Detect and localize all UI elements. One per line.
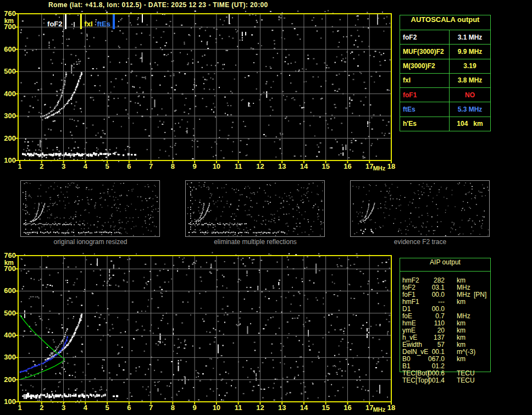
- aip-unit: TECU: [457, 369, 475, 377]
- aip-label: foF2: [402, 284, 415, 291]
- aip-unit: TECU: [457, 377, 475, 384]
- aip-value: 110: [419, 319, 445, 327]
- table-row: foF203.1MHz: [400, 284, 491, 291]
- svg-text:6: 6: [127, 162, 131, 170]
- aip-value: 000.6: [419, 369, 445, 377]
- table-row: h'Es104 km: [400, 117, 490, 131]
- row-value: 3.1 MHz: [450, 30, 490, 44]
- bottom-ionogram-plot: 760700600500400300200100km12345678910111…: [4, 251, 395, 413]
- thumbnail-caption-1: original ionogram resized: [20, 238, 160, 246]
- svg-text:9: 9: [193, 403, 197, 412]
- aip-value: 067.0: [419, 355, 445, 363]
- svg-text:300: 300: [4, 112, 16, 120]
- svg-text:km: km: [4, 17, 14, 25]
- row-value: 5.3 MHz: [450, 102, 490, 116]
- svg-text:foF2: foF2: [47, 20, 62, 28]
- table-row: Ewidth57km: [400, 341, 491, 348]
- aip-unit: m^(-3): [457, 348, 475, 356]
- thumbnail-caption-2: eliminate multiple reflections: [185, 238, 325, 246]
- aip-label: hmF1: [402, 298, 419, 306]
- table-row: DelN_vE00.1m^(-3): [400, 348, 491, 355]
- autoscala-output-table: AUTOSCALA output foF23.1 MHzMUF(3000)F29…: [400, 15, 491, 131]
- row-label: foF1: [400, 88, 450, 102]
- row-label: MUF(3000)F2: [400, 45, 450, 58]
- aip-value: 03.1: [419, 284, 445, 291]
- svg-text:18: 18: [387, 403, 395, 412]
- svg-text:18: 18: [387, 162, 395, 170]
- row-value: 3.19: [450, 59, 490, 73]
- svg-text:9: 9: [193, 162, 197, 170]
- svg-text:2: 2: [40, 403, 43, 412]
- aip-value: 20: [419, 327, 445, 334]
- aip-unit: km: [457, 298, 465, 306]
- svg-text:300: 300: [4, 353, 16, 361]
- svg-text:17: 17: [365, 403, 373, 412]
- autoscala-table-rows: foF23.1 MHzMUF(3000)F29.9 MHzM(3000)F23.…: [400, 30, 490, 131]
- svg-text:400: 400: [4, 90, 16, 98]
- aip-label: hmF2: [402, 276, 419, 284]
- svg-text:760: 760: [4, 9, 16, 18]
- svg-text:10: 10: [213, 403, 220, 412]
- svg-text:16: 16: [343, 403, 351, 412]
- svg-text:2: 2: [40, 162, 43, 170]
- svg-text:16: 16: [343, 162, 351, 170]
- svg-text:3: 3: [62, 403, 65, 412]
- thumbnail-caption-3: evidence F2 trace: [350, 238, 490, 246]
- table-row: foE0.7MHz: [400, 312, 491, 319]
- svg-text:200: 200: [4, 375, 16, 384]
- svg-text:11: 11: [235, 162, 242, 170]
- aip-label: hmE: [402, 319, 416, 327]
- svg-text:200: 200: [4, 134, 16, 142]
- svg-text:4: 4: [84, 403, 88, 412]
- aip-unit: km: [457, 319, 465, 327]
- autoscala-screen: 760700600500400300200100km12345678910111…: [0, 0, 532, 415]
- table-row: hmF2282km: [400, 276, 491, 284]
- table-row: TEC[Bot]000.6TECU: [400, 369, 491, 377]
- svg-text:100: 100: [4, 397, 16, 406]
- svg-text:3: 3: [62, 162, 65, 170]
- table-row: foF100.0MHz[PN]: [400, 291, 491, 298]
- thumbnail-1: [21, 181, 160, 237]
- table-row: h_vE137km: [400, 334, 491, 341]
- aip-value: 0.7: [419, 312, 445, 320]
- svg-text:400: 400: [4, 331, 16, 339]
- aip-value: 57: [419, 341, 445, 348]
- svg-text:5: 5: [105, 162, 109, 170]
- aip-label: ymE: [402, 327, 415, 334]
- aip-unit: MHz: [457, 291, 470, 298]
- svg-text:14: 14: [300, 403, 308, 412]
- svg-text:1: 1: [18, 403, 21, 412]
- aip-unit: km: [457, 276, 465, 284]
- aip-unit: km: [457, 355, 465, 363]
- row-label: fxI: [400, 74, 450, 87]
- aip-label: B0: [402, 355, 411, 363]
- table-row: D100.0: [400, 305, 491, 312]
- table-row: TEC[Top]001.4TECU: [400, 377, 491, 384]
- table-row: foF23.1 MHz: [400, 30, 490, 45]
- aip-value: ---: [419, 298, 445, 306]
- row-value: 3.8 MHz: [450, 74, 490, 87]
- thumbnail-2: [186, 181, 325, 237]
- table-row: ftEs5.3 MHz: [400, 102, 490, 117]
- svg-text:14: 14: [300, 162, 308, 170]
- aip-label: D1: [402, 305, 411, 313]
- row-value: 9.9 MHz: [450, 45, 490, 58]
- aip-value: 001.4: [419, 377, 445, 384]
- svg-text:7: 7: [149, 403, 153, 412]
- svg-text:MHz: MHz: [373, 406, 386, 413]
- top-ionogram-plot: 760700600500400300200100km12345678910111…: [4, 9, 395, 171]
- svg-text:10: 10: [213, 162, 220, 170]
- svg-text:13: 13: [278, 162, 286, 170]
- svg-text:MHz: MHz: [373, 165, 386, 171]
- aip-unit: MHz: [457, 312, 470, 320]
- aip-value: 282: [419, 276, 445, 284]
- table-row: ymE20km: [400, 327, 491, 334]
- table-row: M(3000)F23.19: [400, 59, 490, 74]
- aip-label: B1: [402, 362, 411, 370]
- row-label: ftEs: [400, 102, 450, 116]
- table-row: B101.2: [400, 362, 491, 369]
- svg-text:12: 12: [256, 162, 264, 170]
- aip-label: foE: [402, 312, 412, 320]
- aip-label: h_vE: [402, 334, 417, 341]
- table-row: hmF1---km: [400, 298, 491, 305]
